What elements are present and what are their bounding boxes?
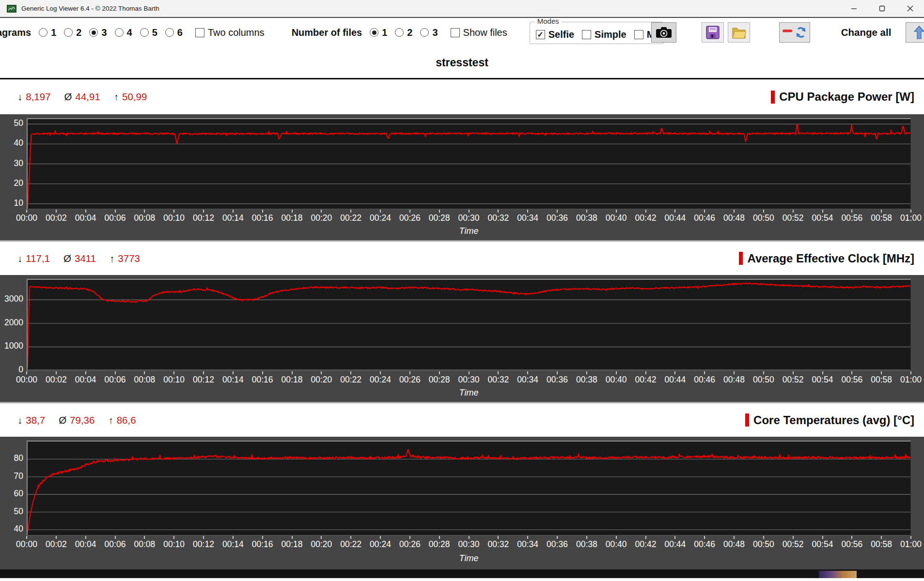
files-radio-3[interactable]: 3 — [420, 27, 438, 38]
x-tick-mark — [233, 210, 234, 213]
modes-group: Modes ✓Selfie Simple M — [530, 22, 664, 44]
x-tick-mark — [734, 536, 735, 539]
diagram-radio-2[interactable]: 2 — [64, 27, 81, 38]
files-radio-1[interactable]: 1 — [370, 27, 387, 38]
y-tick-label: 50 — [1, 506, 23, 517]
x-tick-label: 00:38 — [576, 539, 597, 550]
x-tick-mark — [793, 536, 794, 539]
x-tick-label: 00:44 — [664, 375, 686, 385]
diagram-radio-4[interactable]: 4 — [115, 27, 132, 38]
chart-section-effective-clock: ↓117,1 Ø3411 ↑3773 Average Effective Clo… — [0, 240, 924, 402]
x-tick-mark — [173, 371, 174, 374]
simple-checkbox[interactable]: Simple — [582, 29, 626, 40]
radio-icon[interactable] — [140, 28, 149, 37]
plot-canvas — [28, 119, 910, 209]
checkbox-checked-icon[interactable]: ✓ — [536, 30, 545, 39]
x-tick-mark — [380, 371, 381, 374]
x-tick-mark — [409, 536, 410, 539]
x-tick-label: 00:54 — [812, 539, 833, 550]
x-tick-label: 00:28 — [429, 375, 450, 385]
save-button[interactable] — [702, 22, 724, 43]
x-tick-mark — [557, 536, 558, 539]
radio-icon[interactable] — [420, 28, 429, 37]
remove-reload-button[interactable] — [779, 22, 810, 43]
x-axis-title: Time — [27, 553, 911, 564]
screenshot-button[interactable] — [651, 22, 676, 43]
x-tick-mark — [469, 210, 470, 213]
x-tick-label: 00:54 — [812, 375, 833, 385]
x-tick-label: 00:34 — [517, 539, 538, 550]
x-tick-label: 00:00 — [16, 539, 37, 550]
x-tick-mark — [350, 371, 351, 374]
x-tick-label: 00:36 — [547, 213, 568, 223]
x-tick-mark — [674, 210, 675, 213]
x-tick-label: 00:42 — [635, 539, 657, 550]
bottom-art — [819, 571, 857, 578]
selfie-checkbox[interactable]: ✓Selfie — [536, 29, 574, 40]
y-tick-label: 50 — [1, 118, 23, 128]
checkbox-icon[interactable] — [451, 28, 460, 37]
x-tick-label: 00:32 — [487, 375, 509, 385]
x-tick-mark — [262, 371, 263, 374]
x-tick-mark — [439, 536, 440, 539]
radio-icon[interactable] — [115, 28, 124, 37]
folder-icon — [732, 26, 746, 39]
x-tick-mark — [439, 210, 440, 213]
maximize-button[interactable] — [868, 0, 896, 17]
x-tick-label: 00:52 — [783, 213, 804, 223]
x-tick-mark — [881, 210, 882, 213]
close-button[interactable] — [896, 0, 924, 17]
x-tick-label: 00:00 — [16, 213, 37, 223]
checkbox-icon[interactable] — [634, 30, 643, 39]
x-tick-label: 00:58 — [871, 375, 892, 385]
radio-icon[interactable] — [39, 28, 47, 37]
chart-title: Average Effective Clock [MHz] — [739, 252, 914, 265]
save-floppy-icon — [705, 25, 720, 40]
x-tick-label: 00:28 — [429, 213, 450, 223]
move-up-button[interactable] — [906, 22, 924, 43]
radio-icon[interactable] — [165, 28, 174, 37]
bottom-strip — [0, 569, 924, 578]
radio-icon-selected[interactable] — [89, 28, 98, 37]
x-tick-mark — [557, 210, 558, 213]
stat-min: ↓117,1 — [17, 253, 50, 264]
show-files-checkbox[interactable]: Show files — [451, 27, 507, 38]
radio-icon[interactable] — [395, 28, 404, 37]
chart-header: ↓38,7 Ø79,36 ↑86,6 Core Temperatures (av… — [0, 402, 924, 437]
diagram-radio-1[interactable]: 1 — [39, 27, 56, 38]
x-tick-mark — [616, 210, 617, 213]
red-bar-icon — [739, 252, 743, 265]
checkbox-icon[interactable] — [582, 30, 591, 39]
x-tick-label: 00:40 — [606, 213, 627, 223]
x-tick-label: 00:22 — [340, 539, 361, 550]
x-tick-mark — [26, 536, 27, 539]
x-tick-mark — [203, 536, 204, 539]
open-folder-button[interactable] — [728, 22, 750, 43]
x-tick-label: 00:20 — [311, 539, 332, 550]
change-all-label: Change all — [841, 27, 892, 38]
files-radio-2[interactable]: 2 — [395, 27, 412, 38]
checkbox-icon[interactable] — [195, 28, 204, 37]
x-tick-label: 00:32 — [487, 539, 509, 550]
radio-icon-selected[interactable] — [370, 28, 378, 37]
radio-icon[interactable] — [64, 28, 73, 37]
avg-symbol-icon: Ø — [64, 91, 72, 103]
x-tick-mark — [881, 536, 882, 539]
x-tick-mark — [144, 371, 145, 374]
x-tick-mark — [881, 371, 882, 374]
x-tick-mark — [910, 210, 911, 213]
diagram-radio-5[interactable]: 5 — [140, 27, 157, 38]
diagram-radio-6[interactable]: 6 — [165, 27, 183, 38]
x-tick-mark — [115, 210, 116, 213]
x-axis-title: Time — [27, 226, 911, 236]
chart-section-core-temps: ↓38,7 Ø79,36 ↑86,6 Core Temperatures (av… — [0, 402, 924, 569]
x-tick-mark — [763, 210, 764, 213]
two-columns-checkbox[interactable]: Two columns — [195, 27, 265, 38]
x-tick-label: 00:40 — [606, 375, 627, 385]
chart-body: 00:0000:0200:0400:0600:0800:1000:1200:14… — [0, 275, 924, 402]
arrow-up-icon — [914, 26, 924, 39]
diagram-radio-3[interactable]: 3 — [89, 27, 107, 38]
x-tick-mark — [910, 371, 911, 374]
minimize-button[interactable] — [840, 0, 868, 17]
x-tick-mark — [645, 371, 646, 374]
